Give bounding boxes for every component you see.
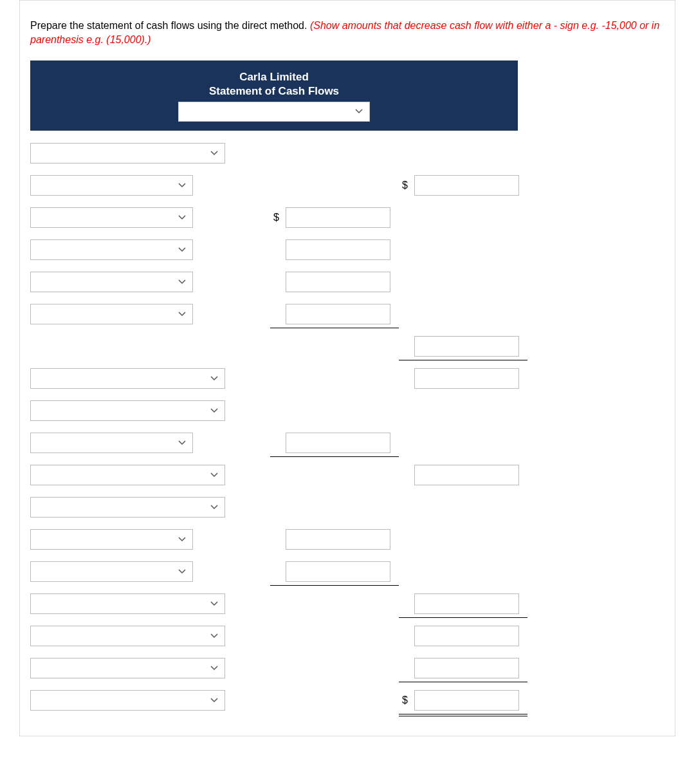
statement-row <box>30 652 664 684</box>
statement-grid: $$$ <box>30 137 664 716</box>
row-mid-cell <box>243 304 390 324</box>
row-label-cell <box>30 465 243 485</box>
line-item-select[interactable] <box>30 626 225 646</box>
period-select[interactable] <box>178 102 370 122</box>
row-mid-cell <box>243 561 390 582</box>
statement-row <box>30 137 664 169</box>
row-right-cell <box>390 336 519 357</box>
row-right-cell <box>390 465 519 485</box>
line-item-select[interactable] <box>30 690 225 711</box>
row-label-cell <box>30 239 243 260</box>
line-item-select[interactable] <box>30 143 225 163</box>
statement-row <box>30 459 664 491</box>
line-item-select[interactable] <box>30 272 193 292</box>
line-item-select[interactable] <box>30 175 193 196</box>
amount-input[interactable] <box>286 561 390 582</box>
row-label-cell <box>30 207 243 228</box>
dollar-sign: $ <box>402 180 408 191</box>
row-label-cell <box>30 433 243 453</box>
row-mid-cell <box>243 529 390 550</box>
row-label-cell <box>30 304 243 324</box>
line-item-select[interactable] <box>30 497 225 518</box>
statement-header: Carla Limited Statement of Cash Flows <box>30 61 518 131</box>
amount-input[interactable] <box>414 593 519 614</box>
amount-input[interactable] <box>286 433 390 453</box>
amount-input[interactable] <box>414 626 519 646</box>
row-mid-cell: $ <box>243 207 390 228</box>
amount-input[interactable] <box>414 658 519 678</box>
amount-input[interactable] <box>414 175 519 196</box>
row-label-cell <box>30 368 243 389</box>
row-right-cell <box>390 368 519 389</box>
row-right-cell <box>390 658 519 678</box>
company-name: Carla Limited <box>30 71 518 84</box>
row-label-cell <box>30 400 243 421</box>
question-main-text: Prepare the statement of cash flows usin… <box>30 20 310 31</box>
row-label-cell <box>30 529 243 550</box>
statement-row <box>30 491 664 523</box>
line-item-select[interactable] <box>30 368 225 389</box>
line-item-select[interactable] <box>30 239 193 260</box>
statement-row <box>30 427 664 459</box>
dollar-sign: $ <box>402 695 408 706</box>
line-item-select[interactable] <box>30 207 193 228</box>
row-right-cell <box>390 593 519 614</box>
row-right-cell: $ <box>390 175 519 196</box>
question-prompt: Prepare the statement of cash flows usin… <box>20 1 675 61</box>
row-label-cell <box>30 658 243 678</box>
row-label-cell <box>30 593 243 614</box>
statement-row <box>30 330 664 362</box>
statement-row <box>30 555 664 588</box>
amount-input[interactable] <box>414 368 519 389</box>
amount-input[interactable] <box>414 465 519 485</box>
statement-row <box>30 234 664 266</box>
line-item-select[interactable] <box>30 433 193 453</box>
line-item-select[interactable] <box>30 658 225 678</box>
line-item-select[interactable] <box>30 465 225 485</box>
statement-row: $ <box>30 684 664 716</box>
amount-input[interactable] <box>286 272 390 292</box>
worksheet-container: Prepare the statement of cash flows usin… <box>19 0 675 736</box>
statement-row <box>30 362 664 395</box>
row-right-cell <box>390 626 519 646</box>
amount-input[interactable] <box>286 304 390 324</box>
amount-input[interactable] <box>286 529 390 550</box>
row-label-cell <box>30 561 243 582</box>
statement-row <box>30 298 664 330</box>
row-mid-cell <box>243 239 390 260</box>
line-item-select[interactable] <box>30 561 193 582</box>
line-item-select[interactable] <box>30 304 193 324</box>
row-right-cell: $ <box>390 690 519 711</box>
row-mid-cell <box>243 272 390 292</box>
row-label-cell <box>30 143 243 163</box>
statement-row <box>30 266 664 298</box>
statement-title: Statement of Cash Flows <box>30 85 518 98</box>
row-mid-cell <box>243 433 390 453</box>
statement-row <box>30 588 664 620</box>
statement-row: $ <box>30 169 664 201</box>
statement-row <box>30 523 664 555</box>
statement-row: $ <box>30 201 664 234</box>
row-label-cell <box>30 272 243 292</box>
row-label-cell <box>30 690 243 711</box>
dollar-sign: $ <box>273 212 279 223</box>
line-item-select[interactable] <box>30 529 193 550</box>
row-label-cell <box>30 626 243 646</box>
amount-input[interactable] <box>414 336 519 357</box>
statement-row <box>30 395 664 427</box>
amount-input[interactable] <box>286 239 390 260</box>
statement-row <box>30 620 664 652</box>
line-item-select[interactable] <box>30 593 225 614</box>
line-item-select[interactable] <box>30 400 225 421</box>
amount-input[interactable] <box>286 207 390 228</box>
amount-input[interactable] <box>414 690 519 711</box>
row-label-cell <box>30 175 243 196</box>
row-label-cell <box>30 497 243 518</box>
